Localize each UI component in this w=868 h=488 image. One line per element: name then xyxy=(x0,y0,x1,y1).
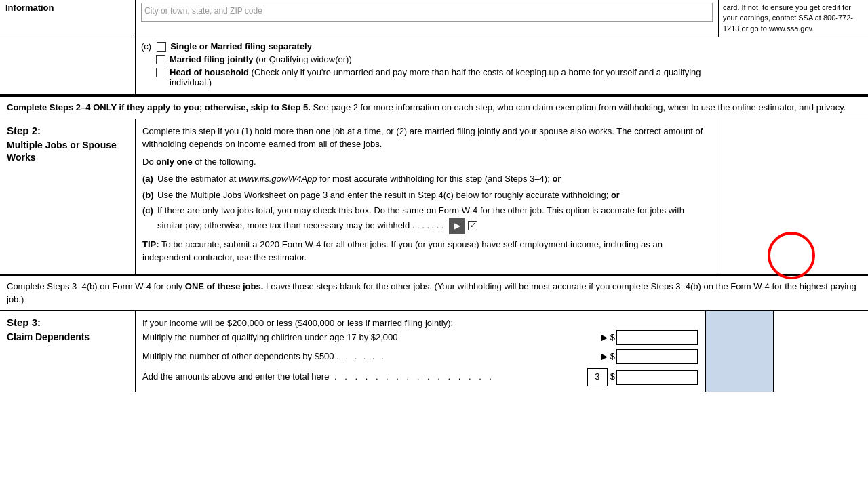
option2-text: Married filing jointly (or Qualifying wi… xyxy=(170,54,352,64)
step2-label: Step 2: Multiple Jobs or Spouse Works xyxy=(0,119,136,274)
step2-section: Step 2: Multiple Jobs or Spouse Works Co… xyxy=(0,119,868,274)
step2-right-col xyxy=(719,119,868,274)
row2-text: Multiply the number of other dependents … xyxy=(142,350,598,364)
step3-right-blue xyxy=(705,311,773,392)
step2-item-a: (a) Use the estimator at www.irs.gov/W4A… xyxy=(142,172,712,186)
information-label: Information xyxy=(0,0,136,37)
step3-title: Claim Dependents xyxy=(7,331,128,343)
step3-content: If your income will be $200,000 or less … xyxy=(136,311,705,392)
step2c-checkbox[interactable]: ✓ xyxy=(468,221,477,230)
label-c: (c) xyxy=(141,41,151,52)
row1-input[interactable] xyxy=(616,330,698,345)
step2-do-one: Do only one of the following. xyxy=(142,155,712,169)
filing-left-spacer xyxy=(0,37,136,94)
total-box-num: 3 xyxy=(587,368,608,386)
step2-item-b: (b) Use the Multiple Jobs Worksheet on p… xyxy=(142,188,712,202)
filing-options: (c) Single or Married filing separately … xyxy=(136,37,719,94)
option3-text: Head of household (Check only if you're … xyxy=(170,67,713,87)
row2-arrow: ▶ xyxy=(601,350,608,364)
checkbox-single[interactable] xyxy=(157,42,166,52)
checkbox-head-of-household[interactable] xyxy=(156,68,165,77)
city-input[interactable]: City or town, state, and ZIP code xyxy=(141,3,713,22)
complete-banner-1: Complete Steps 2–4 ONLY if they apply to… xyxy=(0,96,868,119)
step3-right-white xyxy=(773,311,868,392)
option1-label: Single or Married filing separately xyxy=(170,41,312,52)
row1-text: Multiply the number of qualifying childr… xyxy=(142,331,598,345)
row1-dollar-input: $ xyxy=(610,330,698,345)
step2-content: Complete this step if you (1) hold more … xyxy=(136,119,719,274)
step2-number: Step 2: xyxy=(7,125,128,136)
step2-title: Multiple Jobs or Spouse Works xyxy=(7,139,128,163)
step3-section: Step 3: Claim Dependents If your income … xyxy=(0,311,868,393)
step2-tip: TIP: To be accurate, submit a 2020 Form … xyxy=(142,238,712,264)
step3-label: Step 3: Claim Dependents xyxy=(0,311,136,392)
city-input-area: City or town, state, and ZIP code xyxy=(136,0,719,37)
checkbox-married-jointly[interactable] xyxy=(156,55,165,64)
row2-input[interactable] xyxy=(616,349,698,364)
total-input[interactable] xyxy=(616,370,698,385)
row2-dollar-input: $ xyxy=(610,349,698,364)
total-text: Add the amounts above and enter the tota… xyxy=(142,370,587,384)
step2-item-c: (c) If there are only two jobs total, yo… xyxy=(142,204,712,234)
ssa-note: card. If not, to ensure you get credit f… xyxy=(719,0,868,37)
play-button[interactable]: ▶ xyxy=(449,218,465,234)
step3-row2: Multiply the number of other dependents … xyxy=(142,349,698,364)
step2-intro: Complete this step if you (1) hold more … xyxy=(142,125,712,151)
complete-banner-2: Complete Steps 3–4(b) on Form W-4 for on… xyxy=(0,274,868,311)
step3-number: Step 3: xyxy=(7,317,128,328)
row1-arrow: ▶ xyxy=(601,331,608,345)
step3-intro: If your income will be $200,000 or less … xyxy=(142,317,698,331)
step3-total-row: Add the amounts above and enter the tota… xyxy=(142,368,698,386)
step3-row1: Multiply the number of qualifying childr… xyxy=(142,330,698,345)
filing-right-spacer xyxy=(719,37,868,94)
